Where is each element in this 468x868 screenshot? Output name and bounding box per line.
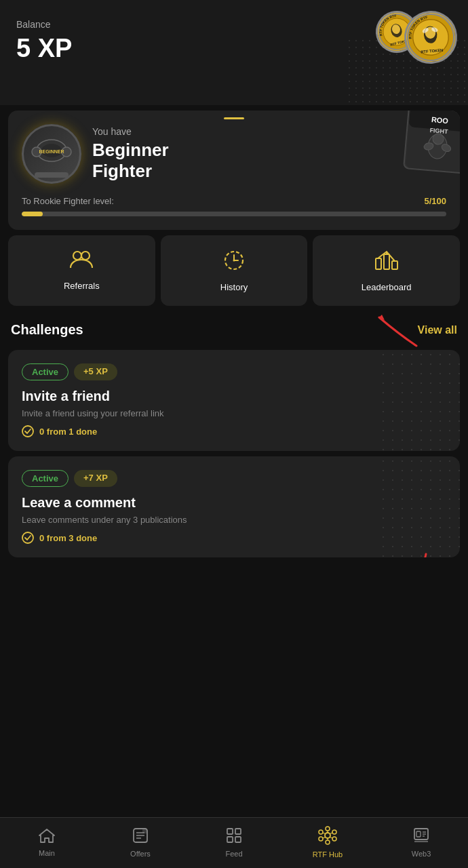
svg-line-62	[330, 837, 333, 839]
tag-xp-invite: +5 XP	[74, 363, 117, 380]
history-label: History	[220, 282, 248, 292]
progress-bar-bg	[22, 212, 446, 216]
nav-web3-icon	[412, 827, 430, 847]
progress-bar-fill	[22, 212, 43, 216]
svg-rect-64	[416, 831, 421, 837]
nav-feed-label: Feed	[225, 850, 242, 858]
challenge-card-comment: Active +7 XP Leave a comment Leave comme…	[8, 456, 460, 557]
fighter-card: BEGINNER You have Beginner Fighter ROO F…	[8, 111, 460, 230]
nav-feed[interactable]: Feed	[187, 818, 281, 868]
nav-rtfhub[interactable]: RTF Hub	[281, 818, 374, 868]
svg-rect-47	[235, 829, 241, 834]
nav-feed-icon	[225, 827, 243, 847]
svg-point-56	[332, 837, 336, 841]
svg-point-54	[332, 830, 336, 834]
rookie-card-visual: ROO FIGHT	[403, 111, 460, 174]
progress-section: To Rookie Fighter level: 5/100	[22, 196, 446, 216]
tag-xp-comment: +7 XP	[74, 470, 117, 487]
nav-main-icon	[38, 827, 56, 846]
challenge-title-comment: Leave a comment	[22, 495, 446, 511]
challenge-card-invite: Active +5 XP Invite a friend Invite a fr…	[8, 350, 460, 451]
leaderboard-button[interactable]: Leaderboard	[313, 235, 460, 306]
fighter-title: Beginner Fighter	[92, 140, 446, 182]
svg-rect-45	[142, 829, 147, 833]
challenge-tags-invite: Active +5 XP	[22, 363, 446, 380]
svg-point-39	[22, 532, 33, 543]
fighter-info: You have Beginner Fighter	[92, 126, 446, 182]
history-icon	[222, 249, 246, 275]
nav-web3[interactable]: Web3	[374, 818, 468, 868]
you-have-text: You have	[92, 126, 446, 137]
leaderboard-icon	[374, 249, 399, 275]
history-button[interactable]: History	[161, 235, 308, 306]
challenge-tags-comment: Active +7 XP	[22, 470, 446, 487]
referrals-icon	[69, 249, 94, 274]
tag-active-comment: Active	[22, 470, 69, 487]
nav-web3-label: Web3	[412, 850, 431, 858]
nav-main-label: Main	[39, 849, 55, 857]
referrals-button[interactable]: Referrals	[8, 235, 155, 306]
progress-label-text: To Rookie Fighter level:	[22, 196, 114, 206]
svg-rect-49	[235, 837, 241, 842]
beginner-badge: BEGINNER	[22, 124, 81, 184]
svg-rect-48	[227, 837, 233, 842]
progress-value: 5/100	[424, 196, 446, 206]
challenge-desc-comment: Leave comments under any 3 publications	[22, 515, 446, 525]
balance-section: Balance 5 XP RTF TOKEN RTF TOKEN RTF	[0, 0, 468, 105]
fighter-card-dash	[224, 117, 244, 119]
svg-point-50	[325, 833, 330, 838]
nav-offers[interactable]: Offers	[94, 818, 187, 868]
referrals-label: Referrals	[64, 281, 100, 291]
tag-active-invite: Active	[22, 363, 69, 380]
svg-text:BEGINNER: BEGINNER	[39, 149, 64, 154]
progress-check-icon	[22, 425, 34, 437]
view-all-button[interactable]: View all	[418, 324, 457, 336]
challenge-desc-invite: Invite a friend using your referral link	[22, 408, 446, 418]
bottom-nav: Main Offers Feed	[0, 817, 468, 868]
svg-text:ROO: ROO	[431, 115, 448, 125]
challenge-progress-invite: 0 from 1 done	[22, 425, 446, 437]
progress-label: To Rookie Fighter level: 5/100	[22, 196, 446, 206]
svg-line-59	[323, 833, 326, 834]
red-arrow-rtfhub	[385, 551, 446, 557]
svg-line-60	[330, 833, 333, 834]
svg-point-51	[326, 827, 330, 831]
challenge-progress-comment: 0 from 3 done	[22, 532, 446, 544]
nav-offers-label: Offers	[130, 850, 151, 858]
svg-point-38	[22, 426, 33, 437]
challenges-header-wrap: Challenges View all	[0, 311, 468, 344]
svg-point-28	[81, 252, 90, 260]
leaderboard-label: Leaderboard	[362, 282, 412, 292]
red-arrow-viewall	[372, 312, 420, 349]
challenge-title-invite: Invite a friend	[22, 389, 446, 404]
challenges-header: Challenges View all	[0, 311, 468, 344]
challenges-title: Challenges	[11, 322, 83, 338]
quick-actions: Referrals History	[8, 235, 460, 306]
fighter-card-top: BEGINNER You have Beginner Fighter ROO F…	[22, 124, 446, 184]
svg-point-52	[326, 840, 330, 844]
svg-point-55	[319, 837, 323, 841]
svg-point-53	[319, 830, 323, 834]
svg-point-27	[73, 252, 81, 260]
nav-rtfhub-label: RTF Hub	[313, 850, 343, 859]
svg-rect-46	[227, 829, 233, 834]
nav-rtfhub-icon	[318, 826, 337, 848]
svg-line-61	[323, 837, 326, 839]
nav-main[interactable]: Main	[0, 818, 94, 868]
progress-check-icon-2	[22, 532, 34, 544]
svg-rect-35	[392, 261, 397, 269]
svg-rect-34	[384, 254, 389, 269]
svg-rect-33	[376, 258, 381, 269]
nav-offers-icon	[132, 827, 149, 847]
